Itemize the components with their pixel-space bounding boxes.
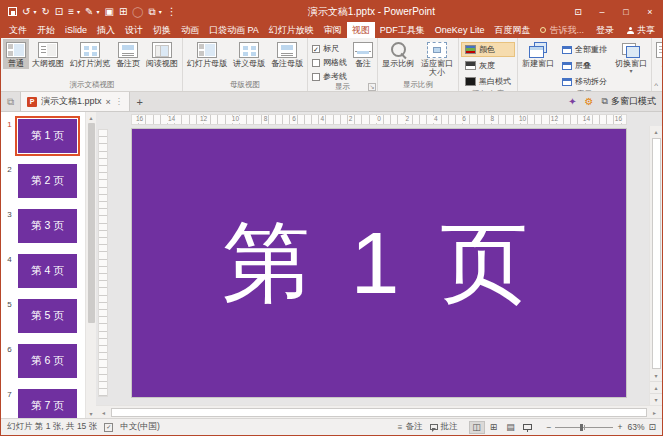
ruler-checkbox[interactable]: ✓ <box>312 45 320 53</box>
black-white-button[interactable]: 黑白模式 <box>461 74 515 89</box>
settings-gear-icon[interactable]: ⚙ <box>585 96 594 107</box>
new-window-button[interactable]: 新建窗口 <box>519 39 557 69</box>
outline-view-button[interactable]: 大纲视图 <box>29 39 67 69</box>
handout-master-button[interactable]: 讲义母版 <box>230 39 268 69</box>
thumbnail-scroll-down-icon[interactable]: ▾ <box>89 408 92 418</box>
slide-sorter-view-switch-icon[interactable]: ⊞ <box>486 421 502 434</box>
insert-picture-icon[interactable]: ▣ <box>104 7 113 17</box>
vertical-scrollbar[interactable]: ▴ ▾ ▴ ▾ <box>649 126 662 405</box>
tell-me-box[interactable]: 告诉我... <box>535 22 589 38</box>
tab-close-icon[interactable]: × <box>106 97 111 107</box>
ribbon-tab[interactable]: 设计 <box>120 22 148 38</box>
slide-thumbnail[interactable]: 第 2 页 <box>18 164 77 198</box>
sign-in-button[interactable]: 登录 <box>590 22 620 38</box>
close-icon[interactable]: × <box>638 1 662 22</box>
arrange-caret-icon[interactable]: ▾ <box>159 9 162 15</box>
switch-windows-button[interactable]: 切换窗口 ▾ <box>612 39 650 76</box>
guides-checkbox[interactable] <box>312 73 320 81</box>
notes-button[interactable]: 备注 <box>350 39 376 69</box>
slide-thumbnail[interactable]: 第 4 页 <box>18 254 77 288</box>
thumbnail-scrollbar[interactable]: ▴ ▾ <box>85 112 96 418</box>
normal-view-switch-icon[interactable]: ◫ <box>469 421 485 434</box>
slide-canvas[interactable]: 第 1 页 <box>132 129 626 397</box>
zoom-in-icon[interactable]: + <box>617 422 622 432</box>
ribbon-tab[interactable]: 文件 <box>4 22 32 38</box>
fit-slide-to-window-icon[interactable]: ⊡ <box>648 422 656 432</box>
guides-checkbox-row[interactable]: 参考线 <box>312 71 347 82</box>
bullets-caret-icon[interactable]: ▾ <box>77 9 80 15</box>
new-tab-button[interactable]: + <box>130 92 150 111</box>
reading-view-switch-icon[interactable]: ▤ <box>503 421 519 434</box>
share-button[interactable]: 共享 <box>620 22 662 38</box>
pen-caret-icon[interactable]: ▾ <box>96 9 99 15</box>
thumbnail-scrollbar-thumb[interactable] <box>88 123 95 323</box>
ribbon-tab[interactable]: 视图 <box>347 22 375 38</box>
minimize-icon[interactable]: – <box>590 1 614 22</box>
pen-icon[interactable]: ✎ <box>85 7 93 17</box>
slide-thumbnail[interactable]: 第 3 页 <box>18 209 77 243</box>
notes-page-button[interactable]: 备注页 <box>113 39 143 69</box>
app-tabs-icon[interactable]: ⧉ <box>1 92 21 111</box>
comments-toggle-button[interactable]: 批注 <box>430 421 458 433</box>
ruler-checkbox-row[interactable]: ✓ 标尺 <box>312 43 347 54</box>
ribbon-tab[interactable]: 百度网盘 <box>489 22 535 38</box>
scroll-left-icon[interactable]: ◂ <box>98 409 109 416</box>
thumbnail-scroll-up-icon[interactable]: ▴ <box>89 112 92 122</box>
ribbon-tab[interactable]: 动画 <box>176 22 204 38</box>
slide-thumbnail[interactable]: 第 6 页 <box>18 344 77 378</box>
slide-count-status[interactable]: 幻灯片 第 1 张, 共 15 张 <box>7 421 97 433</box>
document-tab-active[interactable]: P 演示文稿1.pptx × ⋮ <box>21 92 130 111</box>
ribbon-tab[interactable]: 审阅 <box>319 22 347 38</box>
macros-button[interactable]: 宏 <box>653 39 662 69</box>
start-slideshow-icon[interactable]: ⊡ <box>55 7 63 17</box>
notes-toggle-button[interactable]: ≡ 备注 <box>398 421 423 433</box>
zoom-slider-handle[interactable] <box>580 424 583 431</box>
previous-slide-button[interactable]: ▴ <box>650 381 662 393</box>
next-slide-button[interactable]: ▾ <box>650 393 662 405</box>
reading-view-button[interactable]: 阅读视图 <box>143 39 181 69</box>
slideshow-view-switch-icon[interactable] <box>520 421 536 434</box>
scroll-up-icon[interactable]: ▴ <box>654 126 657 137</box>
ribbon-tab[interactable]: 口袋动画 PA <box>204 22 264 38</box>
horizontal-scrollbar[interactable]: ◂ ▸ <box>96 405 662 418</box>
slide-thumbnail[interactable]: 第 1 页 <box>18 119 77 153</box>
grayscale-button[interactable]: 灰度 <box>461 58 515 73</box>
ribbon-tab[interactable]: iSlide <box>60 22 92 38</box>
ribbon-display-options-icon[interactable]: ⊡ <box>566 1 590 22</box>
save-icon[interactable] <box>8 7 17 16</box>
color-button[interactable]: 颜色 <box>461 42 515 57</box>
show-dialog-launcher-icon[interactable]: ↘ <box>368 83 376 91</box>
ribbon-tab[interactable]: 插入 <box>92 22 120 38</box>
tab-more-icon[interactable]: ⋮ <box>115 97 123 106</box>
slide-thumbnail-item[interactable]: 4 第 4 页 <box>1 254 85 288</box>
slide-thumbnail-item[interactable]: 1 第 1 页 <box>1 119 85 153</box>
ribbon-tab[interactable]: OneKey Lite <box>430 22 490 38</box>
undo-caret-icon[interactable]: ▾ <box>33 9 36 15</box>
notes-master-button[interactable]: 备注母版 <box>268 39 306 69</box>
zoom-slider[interactable] <box>555 427 613 428</box>
redo-icon[interactable]: ↻ <box>41 7 49 17</box>
ribbon-tab[interactable]: PDF工具集 <box>375 22 430 38</box>
collapse-ribbon-icon[interactable]: ^ <box>654 81 658 90</box>
gridlines-checkbox-row[interactable]: 网格线 <box>312 57 347 68</box>
normal-view-button[interactable]: 普通 <box>3 39 29 69</box>
move-split-button[interactable]: 移动拆分 <box>558 74 611 89</box>
maximize-icon[interactable]: □ <box>614 1 638 22</box>
vertical-scrollbar-thumb[interactable] <box>652 138 661 369</box>
undo-icon[interactable]: ↺ <box>22 7 30 17</box>
slide-thumbnail-item[interactable]: 6 第 6 页 <box>1 344 85 378</box>
zoom-out-icon[interactable]: − <box>547 422 552 432</box>
slide-thumbnail-item[interactable]: 3 第 3 页 <box>1 209 85 243</box>
zoom-button[interactable]: 显示比例 <box>379 39 417 69</box>
new-slide-icon[interactable]: ⊞ <box>119 7 127 17</box>
scroll-right-icon[interactable]: ▸ <box>649 409 660 416</box>
ribbon-tab[interactable]: 开始 <box>32 22 60 38</box>
slide-title-text[interactable]: 第 1 页 <box>222 204 536 323</box>
cascade-button[interactable]: 层叠 <box>558 58 611 73</box>
slide-thumbnail-item[interactable]: 5 第 5 页 <box>1 299 85 333</box>
slide-thumbnail-item[interactable]: 2 第 2 页 <box>1 164 85 198</box>
multi-window-mode-button[interactable]: ⧉ 多窗口模式 <box>602 95 656 108</box>
scroll-down-icon[interactable]: ▾ <box>654 370 657 381</box>
plugin-badge-icon[interactable]: ✦ <box>568 96 576 107</box>
bullets-icon[interactable]: ≡ <box>68 7 74 17</box>
